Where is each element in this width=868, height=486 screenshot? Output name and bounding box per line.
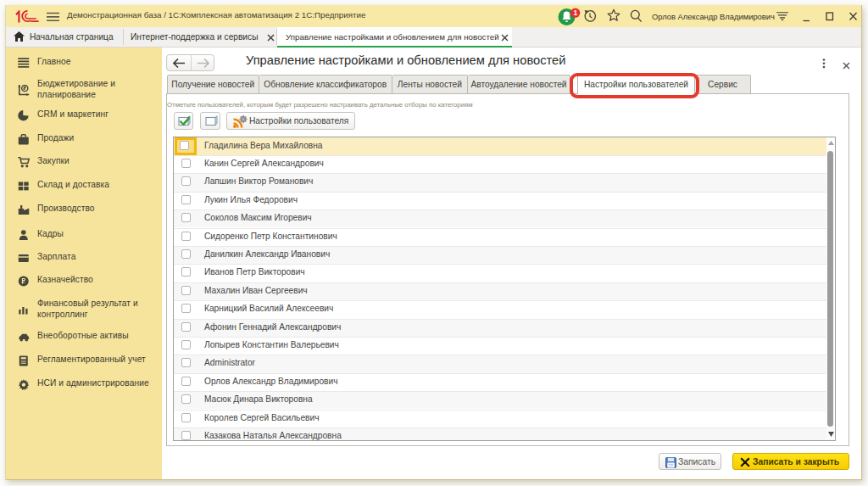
svg-text:1: 1 bbox=[573, 8, 577, 17]
